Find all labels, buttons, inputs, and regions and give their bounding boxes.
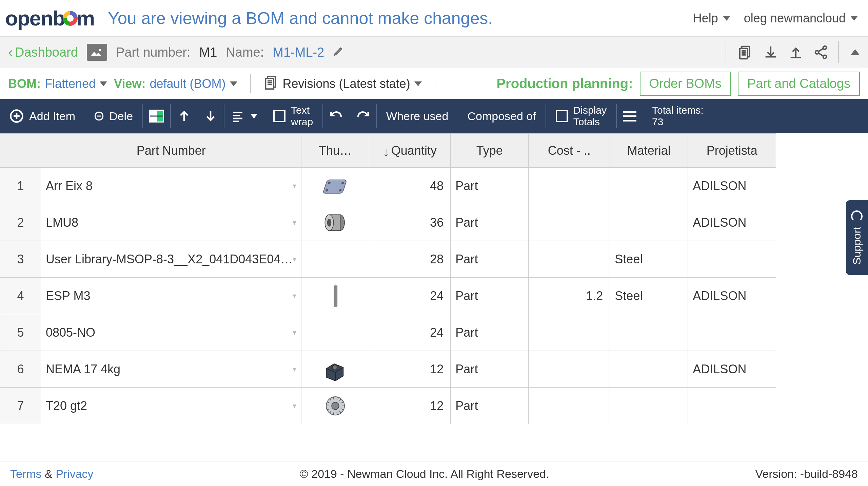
cell-thumbnail[interactable] xyxy=(301,241,369,278)
user-menu[interactable]: oleg newmancloud xyxy=(744,11,858,25)
display-totals-button[interactable]: DisplayTotals xyxy=(546,99,616,133)
cell-type[interactable]: Part xyxy=(451,278,529,314)
cell-cost[interactable] xyxy=(529,314,610,351)
cell-part-number[interactable]: 0805-NO▾ xyxy=(41,314,301,351)
cell-quantity[interactable]: 36 xyxy=(369,204,451,241)
row-menu-icon[interactable]: ▾ xyxy=(293,255,296,264)
cell-thumbnail[interactable] xyxy=(301,314,369,351)
cell-part-number[interactable]: T20 gt2▾ xyxy=(41,388,301,424)
align-button[interactable] xyxy=(224,99,264,133)
bom-selector[interactable]: BOM: Flattened xyxy=(8,77,107,91)
cell-thumbnail[interactable] xyxy=(301,351,369,388)
move-down-button[interactable] xyxy=(197,99,224,133)
help-menu[interactable]: Help xyxy=(693,11,730,25)
cell-thumbnail[interactable] xyxy=(301,278,369,314)
row-menu-icon[interactable]: ▾ xyxy=(293,182,296,190)
cell-cost[interactable]: 1.2 xyxy=(529,278,610,314)
cell-projetista[interactable] xyxy=(688,314,776,351)
table-row[interactable]: 50805-NO▾24Part xyxy=(0,314,776,351)
cell-type[interactable]: Part xyxy=(451,388,529,424)
edit-name-icon[interactable] xyxy=(333,45,344,60)
privacy-link[interactable]: Privacy xyxy=(56,467,93,480)
col-header-thumbnail[interactable]: Thu… xyxy=(301,134,369,168)
table-row[interactable]: 3User Library-MSOP-8-3__X2_041D043E04…▾2… xyxy=(0,241,776,278)
delete-button[interactable]: Dele xyxy=(85,99,142,133)
cell-material[interactable] xyxy=(610,204,688,241)
undo-button[interactable] xyxy=(323,99,350,133)
cell-projetista[interactable]: ADILSON xyxy=(688,351,776,388)
cell-thumbnail[interactable] xyxy=(301,204,369,241)
col-header-cost[interactable]: Cost - .. xyxy=(529,134,610,168)
cell-quantity[interactable]: 12 xyxy=(369,388,451,424)
revisions-selector[interactable]: Revisions (Latest state) xyxy=(264,75,422,93)
menu-button[interactable] xyxy=(617,99,643,133)
terms-link[interactable]: Terms xyxy=(10,467,42,480)
cell-quantity[interactable]: 24 xyxy=(369,314,451,351)
cell-part-number[interactable]: NEMA 17 4kg▾ xyxy=(41,351,301,388)
move-up-button[interactable] xyxy=(171,99,197,133)
col-header-material[interactable]: Material xyxy=(610,134,688,168)
cell-material[interactable] xyxy=(610,168,688,204)
cell-material[interactable] xyxy=(610,351,688,388)
cell-type[interactable]: Part xyxy=(451,168,529,204)
cell-projetista[interactable]: ADILSON xyxy=(688,204,776,241)
cell-cost[interactable] xyxy=(529,351,610,388)
cell-projetista[interactable]: ADILSON xyxy=(688,278,776,314)
where-used-button[interactable]: Where used xyxy=(377,99,458,133)
order-boms-button[interactable]: Order BOMs xyxy=(640,72,731,96)
table-view-button[interactable] xyxy=(143,99,170,133)
row-menu-icon[interactable]: ▾ xyxy=(293,292,296,300)
share-icon[interactable] xyxy=(813,44,829,60)
cell-type[interactable]: Part xyxy=(451,241,529,278)
cell-part-number[interactable]: LMU8▾ xyxy=(41,204,301,241)
bom-table-wrap[interactable]: Part Number Thu… ↓Quantity Type Cost - .… xyxy=(0,133,868,462)
cell-quantity[interactable]: 28 xyxy=(369,241,451,278)
cell-type[interactable]: Part xyxy=(451,204,529,241)
cell-material[interactable]: Steel xyxy=(610,278,688,314)
table-row[interactable]: 7T20 gt2▾12Part xyxy=(0,388,776,424)
cell-cost[interactable] xyxy=(529,241,610,278)
cell-cost[interactable] xyxy=(529,168,610,204)
cell-type[interactable]: Part xyxy=(451,351,529,388)
dashboard-back-link[interactable]: ‹ Dashboard xyxy=(8,44,78,60)
col-header-type[interactable]: Type xyxy=(451,134,529,168)
cell-part-number[interactable]: ESP M3▾ xyxy=(41,278,301,314)
cell-cost[interactable] xyxy=(529,388,610,424)
cell-material[interactable]: Steel xyxy=(610,241,688,278)
col-header-projetista[interactable]: Projetista xyxy=(688,134,776,168)
cell-thumbnail[interactable] xyxy=(301,388,369,424)
col-header-index[interactable] xyxy=(0,134,41,168)
row-menu-icon[interactable]: ▾ xyxy=(293,365,296,374)
cell-quantity[interactable]: 12 xyxy=(369,351,451,388)
cell-material[interactable] xyxy=(610,388,688,424)
cell-quantity[interactable]: 24 xyxy=(369,278,451,314)
cell-thumbnail[interactable] xyxy=(301,168,369,204)
cell-projetista[interactable] xyxy=(688,241,776,278)
text-wrap-button[interactable]: Textwrap xyxy=(264,99,322,133)
cell-projetista[interactable] xyxy=(688,388,776,424)
upload-icon[interactable] xyxy=(788,44,804,60)
cell-type[interactable]: Part xyxy=(451,314,529,351)
cell-cost[interactable] xyxy=(529,204,610,241)
copy-icon[interactable] xyxy=(738,44,753,60)
row-menu-icon[interactable]: ▾ xyxy=(293,401,296,410)
add-item-button[interactable]: Add Item xyxy=(0,99,85,133)
cell-quantity[interactable]: 48 xyxy=(369,168,451,204)
cell-material[interactable] xyxy=(610,314,688,351)
composed-of-button[interactable]: Composed of xyxy=(458,99,545,133)
table-row[interactable]: 6NEMA 17 4kg▾12PartADILSON xyxy=(0,351,776,388)
table-row[interactable]: 1Arr Eix 8▾48PartADILSON xyxy=(0,168,776,204)
col-header-part-number[interactable]: Part Number xyxy=(41,134,301,168)
cell-projetista[interactable]: ADILSON xyxy=(688,168,776,204)
download-icon[interactable] xyxy=(763,44,778,60)
table-row[interactable]: 2LMU8▾36PartADILSON xyxy=(0,204,776,241)
cell-part-number[interactable]: Arr Eix 8▾ xyxy=(41,168,301,204)
row-menu-icon[interactable]: ▾ xyxy=(293,328,296,337)
part-and-catalogs-button[interactable]: Part and Catalogs xyxy=(738,72,860,96)
row-menu-icon[interactable]: ▾ xyxy=(293,218,296,227)
col-header-quantity[interactable]: ↓Quantity xyxy=(369,134,451,168)
part-thumbnail[interactable] xyxy=(87,44,107,61)
support-tab[interactable]: Support xyxy=(846,200,868,275)
collapse-header-icon[interactable] xyxy=(850,49,860,55)
table-row[interactable]: 4ESP M3▾24Part1.2SteelADILSON xyxy=(0,278,776,314)
